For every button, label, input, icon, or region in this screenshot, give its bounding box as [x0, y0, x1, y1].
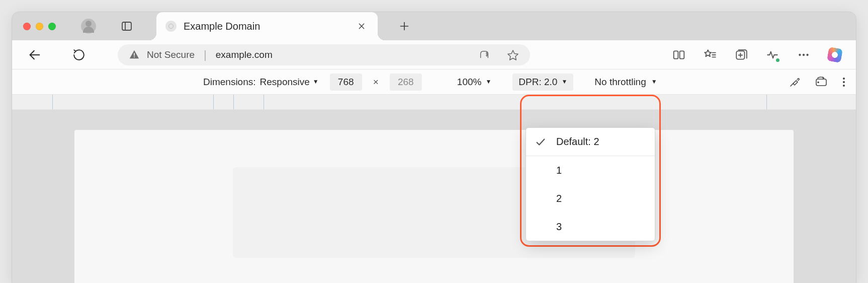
- svg-point-2: [169, 24, 173, 29]
- omnibox-separator: |: [204, 48, 207, 61]
- url-text: example.com: [216, 49, 273, 60]
- browser-tab[interactable]: Example Domain: [156, 12, 378, 40]
- copilot-icon[interactable]: [827, 46, 843, 62]
- close-window-button[interactable]: [23, 23, 31, 30]
- device-toolbar: Dimensions: Responsive ▼ 768 × 268 100% …: [12, 69, 856, 95]
- titlebar: Example Domain: [12, 12, 856, 40]
- profile-avatar[interactable]: [81, 19, 96, 34]
- dpr-option-label: 3: [556, 221, 562, 233]
- tab-favicon: [165, 21, 177, 32]
- dpr-menu: Default: 2 1 2 3: [526, 127, 655, 241]
- dpr-option-2[interactable]: 2: [526, 184, 655, 213]
- svg-rect-9: [134, 56, 135, 57]
- dpr-option-1[interactable]: 1: [526, 156, 655, 184]
- minimize-window-button[interactable]: [36, 23, 43, 30]
- split-screen-icon[interactable]: [672, 48, 686, 62]
- new-tab-button[interactable]: [395, 17, 414, 36]
- svg-rect-12: [680, 51, 684, 58]
- svg-marker-10: [508, 50, 518, 60]
- dimensions-label: Dimensions:: [203, 77, 256, 88]
- dpr-option-default[interactable]: Default: 2: [526, 128, 655, 156]
- tab-overview-icon[interactable]: [117, 17, 136, 36]
- page-surface: [74, 130, 794, 283]
- tab-close-button[interactable]: [355, 20, 369, 32]
- zoom-dropdown[interactable]: 100% ▼: [457, 77, 492, 88]
- dpr-dropdown[interactable]: DPR: 2.0 ▼: [512, 74, 573, 91]
- chevron-down-icon: ▼: [313, 78, 319, 85]
- check-icon: [535, 136, 546, 148]
- svg-point-25: [843, 78, 845, 80]
- dimensions-x: ×: [373, 77, 379, 88]
- viewport: [12, 110, 856, 283]
- chevron-down-icon: ▼: [651, 78, 657, 85]
- throttling-dropdown[interactable]: No throttling ▼: [594, 77, 657, 88]
- dpr-highlight-box: Default: 2 1 2 3: [520, 95, 661, 247]
- tab-title: Example Domain: [184, 21, 348, 32]
- height-input[interactable]: 268: [390, 74, 422, 91]
- read-aloud-icon[interactable]: [479, 49, 490, 60]
- back-button[interactable]: [26, 46, 43, 63]
- device-toolbar-more-icon[interactable]: [842, 76, 846, 88]
- maximize-window-button[interactable]: [48, 23, 56, 30]
- svg-point-24: [818, 82, 819, 83]
- collections-icon[interactable]: [734, 48, 748, 62]
- chevron-down-icon: ▼: [485, 78, 491, 85]
- dpr-option-label: 2: [556, 193, 562, 204]
- svg-rect-8: [134, 53, 135, 56]
- favorite-star-icon[interactable]: [507, 49, 519, 61]
- reload-button[interactable]: [70, 46, 88, 63]
- address-bar[interactable]: Not Secure | example.com: [118, 44, 530, 65]
- width-input[interactable]: 768: [330, 74, 362, 91]
- svg-rect-11: [674, 51, 678, 58]
- ruler[interactable]: [12, 95, 856, 110]
- svg-point-27: [843, 85, 845, 87]
- security-label: Not Secure: [147, 49, 195, 60]
- svg-point-22: [806, 53, 808, 55]
- toolbar-actions: [672, 48, 842, 62]
- more-menu-button[interactable]: [797, 48, 811, 62]
- toolbar: Not Secure | example.com: [12, 40, 856, 69]
- rotate-device-icon[interactable]: [815, 76, 828, 88]
- dimensions-mode-dropdown[interactable]: Responsive ▼: [260, 77, 319, 88]
- svg-point-26: [843, 81, 845, 83]
- svg-point-21: [803, 53, 805, 55]
- favorites-list-icon[interactable]: [703, 48, 717, 62]
- window-controls: [23, 23, 56, 30]
- performance-icon[interactable]: [765, 48, 779, 62]
- chevron-down-icon: ▼: [561, 78, 567, 85]
- svg-rect-0: [122, 22, 131, 30]
- browser-window: Example Domain Not Secure |: [12, 12, 856, 283]
- security-warning-icon: [129, 49, 140, 60]
- dpr-option-3[interactable]: 3: [526, 213, 655, 241]
- svg-marker-13: [705, 50, 711, 56]
- dpr-option-label: 1: [556, 165, 562, 176]
- dpr-option-label: Default: 2: [556, 136, 599, 148]
- eyedropper-icon[interactable]: [789, 76, 801, 88]
- svg-point-20: [799, 53, 801, 55]
